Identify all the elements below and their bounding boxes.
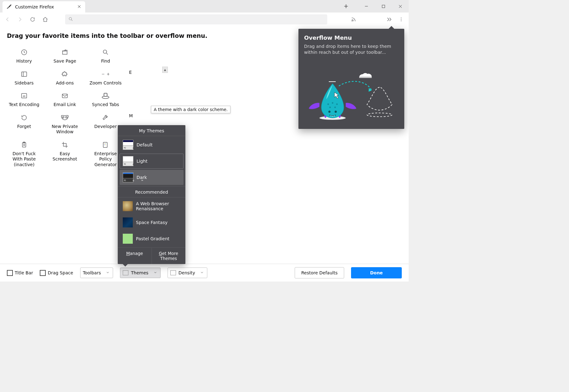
svg-point-32 — [328, 111, 331, 113]
palette-item-synced-tabs[interactable]: Synced Tabs — [88, 91, 123, 108]
close-tab-icon[interactable] — [77, 4, 81, 10]
reload-button[interactable] — [28, 14, 38, 24]
rss-icon[interactable] — [349, 14, 359, 24]
themes-manage-button[interactable]: Manage — [118, 248, 152, 264]
svg-point-27 — [328, 104, 329, 105]
search-icon — [68, 17, 73, 23]
paint-brush-icon — [6, 4, 12, 10]
theme-label: Default — [137, 142, 153, 147]
theme-pastel-gradient[interactable]: Pastel Gradient — [120, 231, 184, 246]
svg-text:æ: æ — [23, 94, 26, 98]
svg-point-1 — [69, 17, 72, 20]
theme-dark[interactable]: ⟲⌂≡ Dark — [120, 170, 184, 185]
theme-label: Space Fantasy — [136, 220, 168, 225]
back-button[interactable] — [3, 14, 13, 24]
palette-item-screenshot[interactable]: Easy Screenshot — [48, 140, 82, 168]
overflow-illustration — [298, 70, 404, 126]
wrench-icon — [101, 113, 110, 122]
minimize-button[interactable] — [359, 1, 374, 11]
chevron-down-icon — [153, 270, 157, 275]
svg-point-16 — [66, 116, 67, 118]
home-button[interactable] — [40, 14, 50, 24]
svg-point-4 — [401, 19, 401, 20]
palette-item-private-window[interactable]: New Private Window — [48, 113, 82, 135]
svg-point-5 — [401, 21, 401, 21]
palette-item-save-page[interactable]: Save Page — [48, 48, 82, 64]
toolbars-dropdown[interactable]: Toolbars — [80, 267, 113, 278]
checkbox-icon — [40, 270, 46, 276]
theme-space-fantasy[interactable]: Space Fantasy — [120, 215, 184, 230]
sidebar-icon — [20, 70, 28, 79]
theme-label: Pastel Gradient — [136, 236, 169, 241]
themes-dropdown[interactable]: Themes — [120, 267, 161, 278]
svg-point-7 — [103, 50, 107, 53]
themes-my-header: My Themes — [118, 125, 185, 136]
forward-button[interactable] — [15, 14, 25, 24]
theme-mini-icon — [123, 270, 128, 275]
themes-recommended-header: Recommended — [118, 186, 185, 197]
nav-toolbar — [0, 13, 409, 27]
theme-light[interactable]: ⟲⌂≡ Light — [120, 154, 184, 169]
tab-strip: Customize Firefox — [0, 0, 409, 13]
palette-item-zoom[interactable]: Zoom Controls — [88, 70, 123, 86]
browser-tab[interactable]: Customize Firefox — [3, 1, 85, 13]
theme-renaissance[interactable]: A Web Browser Renaissance — [120, 199, 184, 214]
titlebar-checkbox[interactable]: Title Bar — [7, 270, 33, 276]
overflow-title: Overflow Menu — [304, 34, 399, 41]
mask-icon — [60, 113, 69, 122]
theme-label: A Web Browser Renaissance — [136, 201, 180, 211]
overflow-chevron-icon[interactable] — [384, 14, 394, 24]
url-bar[interactable] — [65, 14, 327, 24]
theme-thumbnail — [123, 201, 133, 211]
zoom-controls-icon — [101, 70, 110, 79]
palette-item-partial-e[interactable]: E — [129, 70, 163, 86]
overflow-panel[interactable]: Overflow Menu Drag and drop items here t… — [298, 29, 404, 129]
magnifier-icon — [101, 48, 110, 57]
palette-item-forget[interactable]: Forget — [7, 113, 41, 135]
puzzle-icon — [60, 70, 69, 79]
svg-point-25 — [367, 113, 392, 117]
clock-icon — [20, 48, 28, 57]
synced-tabs-icon — [101, 91, 110, 100]
palette-item-sidebars[interactable]: Sidebars — [7, 70, 41, 86]
chevron-down-icon — [106, 270, 110, 275]
themes-get-more-button[interactable]: Get More Themes — [152, 248, 186, 264]
save-page-icon — [60, 48, 69, 57]
chevron-down-icon — [200, 270, 204, 275]
close-window-button[interactable] — [393, 1, 407, 11]
done-button[interactable]: Done — [351, 267, 402, 278]
crop-icon — [60, 140, 69, 149]
enterprise-policy-icon — [101, 140, 110, 149]
svg-point-20 — [104, 143, 105, 144]
svg-point-30 — [329, 107, 331, 108]
density-dropdown[interactable]: Density — [168, 267, 207, 278]
restore-defaults-button[interactable]: Restore Defaults — [295, 267, 344, 278]
app-menu-icon[interactable] — [396, 14, 406, 24]
text-encoding-icon: æ — [20, 91, 28, 100]
customize-footer: Title Bar Drag Space Toolbars Themes Den… — [0, 264, 409, 282]
clipboard-icon — [20, 140, 28, 149]
svg-rect-8 — [22, 72, 27, 76]
theme-default[interactable]: ⟲⌂≡ Default — [120, 137, 184, 152]
svg-rect-0 — [382, 5, 385, 8]
new-tab-button[interactable] — [342, 2, 350, 11]
svg-rect-19 — [103, 142, 107, 147]
tab-title: Customize Firefox — [15, 4, 54, 9]
dragspace-checkbox[interactable]: Drag Space — [40, 270, 73, 276]
svg-point-3 — [401, 18, 401, 18]
svg-point-23 — [105, 145, 106, 145]
svg-rect-11 — [62, 94, 68, 98]
maximize-button[interactable] — [376, 1, 391, 11]
svg-rect-13 — [104, 93, 107, 96]
palette-item-find[interactable]: Find — [88, 48, 123, 64]
density-mini-icon — [170, 270, 176, 275]
palette-item-addons[interactable]: Add-ons — [48, 70, 82, 86]
svg-point-33 — [335, 111, 337, 113]
scroll-up-indicator[interactable]: ▲ — [162, 67, 168, 73]
palette-item-dfwp[interactable]: Don't Fuck With Paste (inactive) — [7, 140, 41, 168]
svg-point-28 — [332, 102, 334, 104]
mail-icon — [60, 91, 69, 100]
palette-item-text-encoding[interactable]: æ Text Encoding — [7, 91, 41, 108]
palette-item-history[interactable]: History — [7, 48, 41, 64]
palette-item-email-link[interactable]: Email Link — [48, 91, 82, 108]
